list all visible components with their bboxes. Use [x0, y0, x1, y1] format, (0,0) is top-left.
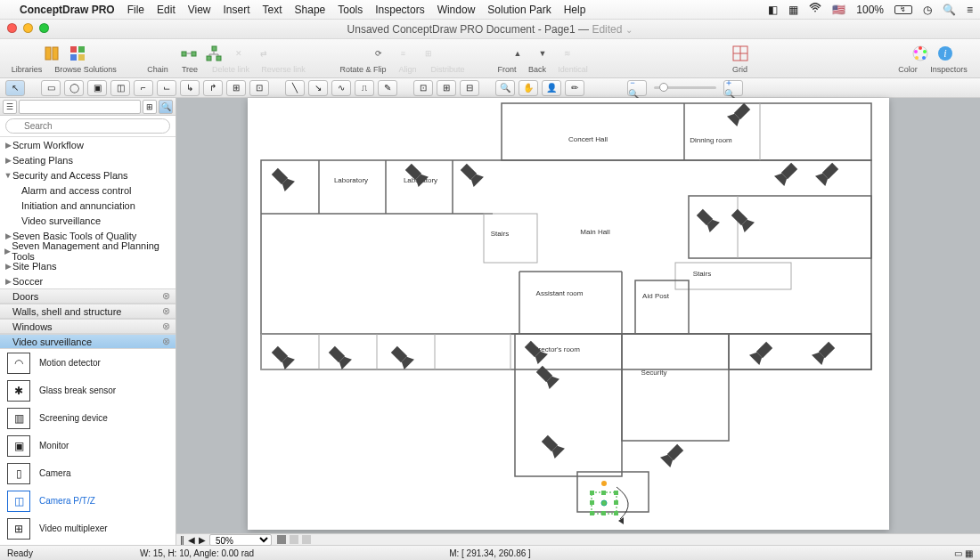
sidebar-item-seating-plans[interactable]: ▶Seating Plans: [0, 152, 176, 167]
menu-file[interactable]: File: [127, 4, 144, 16]
grid-button[interactable]: [731, 44, 750, 63]
sidebar-field[interactable]: [19, 100, 141, 114]
group-tool[interactable]: ⊟: [460, 80, 479, 96]
zoom-select[interactable]: 50%: [209, 534, 272, 546]
clock-icon[interactable]: ◷: [923, 4, 932, 16]
flag-icon[interactable]: 🇺🇸: [832, 4, 845, 16]
menu-solution-park[interactable]: Solution Park: [487, 4, 551, 16]
horizontal-scrollbar[interactable]: ‖ ◀ ▶ 50%: [176, 533, 980, 545]
sidebar-item-alarm[interactable]: Alarm and access control: [0, 183, 176, 198]
view-controls[interactable]: ▭ ▦: [954, 548, 973, 558]
sidebar-view-button[interactable]: ☰: [3, 100, 17, 114]
page-thumb[interactable]: [277, 535, 286, 544]
chevron-down-icon[interactable]: ⌄: [625, 25, 633, 35]
inspectors-button[interactable]: i: [935, 44, 955, 63]
browse-solutions-button[interactable]: [68, 44, 87, 63]
sidebar-item-soccer[interactable]: ▶Soccer: [0, 273, 176, 288]
close-icon[interactable]: ⊗: [162, 305, 170, 317]
connector-tool[interactable]: ⌙: [157, 80, 176, 96]
menu-tools[interactable]: Tools: [338, 4, 363, 16]
shape-push-button[interactable]: ◉Push button: [0, 542, 176, 545]
shape-video-mux[interactable]: ⊞Video multiplexer: [0, 515, 176, 542]
curve-tool[interactable]: ∿: [331, 80, 351, 96]
spline-tool[interactable]: ⎍: [355, 80, 374, 96]
shape-camera-ptz[interactable]: ◫Camera P/T/Z: [0, 487, 176, 515]
arrow-tool[interactable]: ↘: [308, 80, 328, 96]
spotlight-icon[interactable]: 🔍: [943, 4, 956, 16]
tray-icon[interactable]: ▦: [788, 4, 798, 16]
menu-view[interactable]: View: [188, 4, 211, 16]
shape-screening[interactable]: ▥Screening device: [0, 404, 176, 432]
zoom-slider[interactable]: [654, 86, 716, 89]
menu-inspectors[interactable]: Inspectors: [375, 4, 424, 16]
pointer-tool[interactable]: ↖: [5, 80, 25, 96]
sidebar-item-security[interactable]: ▼Security and Access Plans: [0, 167, 176, 183]
shape-tool[interactable]: ◫: [110, 80, 130, 96]
page-prev-button[interactable]: ◀: [188, 535, 195, 545]
front-button[interactable]: ▲: [508, 44, 527, 63]
menu-help[interactable]: Help: [564, 4, 586, 16]
zoom-tool[interactable]: 🔍: [495, 80, 515, 96]
minimize-button[interactable]: [23, 23, 33, 33]
close-icon[interactable]: ⊗: [162, 321, 170, 332]
eyedropper-tool[interactable]: 👤: [542, 80, 561, 96]
shape-motion-detector[interactable]: ◠Motion detector: [0, 349, 176, 377]
tab-walls[interactable]: Walls, shell and structure⊗: [0, 304, 176, 319]
group-tool[interactable]: ⊡: [413, 80, 433, 96]
line-tool[interactable]: ╲: [285, 80, 305, 96]
tab-windows[interactable]: Windows⊗: [0, 319, 176, 334]
rect-tool[interactable]: ▭: [41, 80, 61, 96]
page-next-button[interactable]: ▶: [199, 535, 206, 545]
drawing-page[interactable]: Concert HallDinning roomLaboratoryLabora…: [248, 98, 889, 530]
connector-tool[interactable]: ⊞: [226, 80, 246, 96]
menu-insert[interactable]: Insert: [224, 4, 250, 16]
sidebar-grid-button[interactable]: ⊞: [143, 100, 157, 114]
connector-tool[interactable]: ⌐: [134, 80, 153, 96]
canvas-area[interactable]: Concert HallDinning roomLaboratoryLabora…: [176, 98, 980, 545]
menu-icon[interactable]: ≡: [967, 4, 973, 16]
edit-tool[interactable]: ✏: [565, 80, 584, 96]
shape-glass-break[interactable]: ✱Glass break sensor: [0, 377, 176, 404]
tab-doors[interactable]: Doors⊗: [0, 288, 176, 304]
page-thumb[interactable]: [302, 535, 311, 544]
shape-tool[interactable]: ▣: [87, 80, 107, 96]
connector-tool[interactable]: ↳: [180, 80, 200, 96]
zoom-button[interactable]: [39, 23, 49, 33]
group-tool[interactable]: ⊞: [437, 80, 456, 96]
rotate-flip-button[interactable]: ⟳: [369, 44, 388, 63]
app-menu[interactable]: ConceptDraw PRO: [20, 4, 115, 16]
ellipse-tool[interactable]: ◯: [64, 80, 84, 96]
tab-video-surveillance[interactable]: Video surveillance⊗: [0, 334, 176, 349]
sidebar-search-button[interactable]: 🔍: [159, 100, 173, 114]
sidebar-item-seven-mgmt[interactable]: ▶Seven Management and Planning Tools: [0, 243, 176, 258]
battery-icon[interactable]: ↯: [894, 5, 912, 14]
menu-edit[interactable]: Edit: [157, 4, 176, 16]
menu-shape[interactable]: Shape: [295, 4, 326, 16]
shape-camera[interactable]: ▯Camera: [0, 459, 176, 487]
close-icon[interactable]: ⊗: [162, 290, 170, 302]
close-button[interactable]: [7, 23, 17, 33]
connector-tool[interactable]: ↱: [203, 80, 223, 96]
color-button[interactable]: [911, 44, 930, 63]
zoom-out-button[interactable]: －🔍: [627, 80, 647, 96]
zoom-in-button[interactable]: ＋🔍: [723, 80, 743, 96]
shape-monitor[interactable]: ▣Monitor: [0, 432, 176, 459]
menu-text[interactable]: Text: [263, 4, 282, 16]
search-input[interactable]: [5, 118, 170, 134]
wifi-icon[interactable]: [809, 2, 821, 17]
close-icon[interactable]: ⊗: [162, 336, 170, 347]
connector-tool[interactable]: ⊡: [249, 80, 269, 96]
back-button[interactable]: ▼: [533, 44, 552, 63]
libraries-button[interactable]: [43, 44, 62, 63]
tray-icon[interactable]: ◧: [768, 4, 778, 16]
hand-tool[interactable]: ✋: [519, 80, 538, 96]
chain-button[interactable]: [179, 44, 199, 63]
sidebar-item-initiation[interactable]: Initiation and annunciation: [0, 198, 176, 213]
sidebar-item-scrum-workflow[interactable]: ▶Scrum Workflow: [0, 137, 176, 152]
page-thumb[interactable]: [290, 535, 298, 544]
menu-window[interactable]: Window: [437, 4, 476, 16]
tree-button[interactable]: [204, 44, 224, 63]
sidebar-item-video-surveillance[interactable]: Video surveillance: [0, 213, 176, 228]
freehand-tool[interactable]: ✎: [378, 80, 397, 96]
page-tabs-button[interactable]: ‖: [180, 535, 184, 545]
